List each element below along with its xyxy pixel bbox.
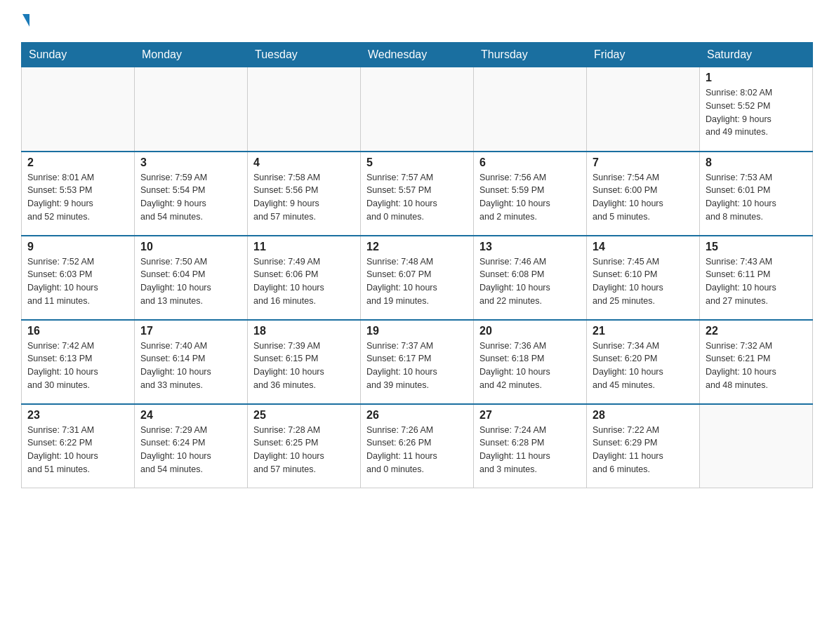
day-info: Sunrise: 7:22 AMSunset: 6:29 PMDaylight:…: [593, 424, 694, 476]
day-info: Sunrise: 7:49 AMSunset: 6:06 PMDaylight:…: [253, 255, 355, 308]
day-info: Sunrise: 8:02 AMSunset: 5:52 PMDaylight:…: [706, 86, 807, 139]
day-number: 6: [479, 156, 581, 169]
day-info: Sunrise: 7:50 AMSunset: 6:04 PMDaylight:…: [140, 255, 241, 308]
day-number: 9: [27, 241, 128, 253]
calendar-week-row: 1Sunrise: 8:02 AMSunset: 5:52 PMDaylight…: [22, 67, 813, 152]
day-info: Sunrise: 7:43 AMSunset: 6:11 PMDaylight:…: [706, 255, 807, 308]
calendar-cell: 15Sunrise: 7:43 AMSunset: 6:11 PMDayligh…: [700, 236, 813, 320]
day-number: 7: [593, 156, 694, 169]
day-info: Sunrise: 7:31 AMSunset: 6:22 PMDaylight:…: [27, 424, 128, 476]
day-number: 4: [253, 156, 355, 169]
calendar-table: SundayMondayTuesdayWednesdayThursdayFrid…: [21, 42, 813, 488]
calendar-cell: [22, 67, 135, 152]
calendar-cell: 6Sunrise: 7:56 AMSunset: 5:59 PMDaylight…: [474, 152, 587, 236]
logo-triangle-icon: [22, 14, 29, 27]
calendar-header-row: SundayMondayTuesdayWednesdayThursdayFrid…: [22, 43, 813, 67]
calendar-cell: 14Sunrise: 7:45 AMSunset: 6:10 PMDayligh…: [587, 236, 700, 320]
day-info: Sunrise: 7:29 AMSunset: 6:24 PMDaylight:…: [140, 424, 241, 476]
calendar-cell: [135, 67, 248, 152]
day-number: 8: [706, 156, 807, 169]
calendar-cell: 21Sunrise: 7:34 AMSunset: 6:20 PMDayligh…: [587, 320, 700, 404]
day-number: 25: [253, 409, 355, 422]
calendar-cell: 17Sunrise: 7:40 AMSunset: 6:14 PMDayligh…: [135, 320, 248, 404]
day-info: Sunrise: 7:53 AMSunset: 6:01 PMDaylight:…: [706, 171, 807, 224]
calendar-cell: 13Sunrise: 7:46 AMSunset: 6:08 PMDayligh…: [474, 236, 587, 320]
day-header-tuesday: Tuesday: [248, 43, 361, 67]
calendar-cell: 24Sunrise: 7:29 AMSunset: 6:24 PMDayligh…: [135, 404, 248, 488]
calendar-cell: 1Sunrise: 8:02 AMSunset: 5:52 PMDaylight…: [700, 67, 813, 152]
day-number: 1: [706, 72, 807, 84]
day-number: 3: [140, 156, 241, 169]
calendar-cell: 11Sunrise: 7:49 AMSunset: 6:06 PMDayligh…: [248, 236, 361, 320]
calendar-week-row: 16Sunrise: 7:42 AMSunset: 6:13 PMDayligh…: [22, 320, 813, 404]
day-info: Sunrise: 7:59 AMSunset: 5:54 PMDaylight:…: [140, 171, 241, 224]
day-number: 22: [706, 325, 807, 337]
calendar-week-row: 23Sunrise: 7:31 AMSunset: 6:22 PMDayligh…: [22, 404, 813, 488]
day-number: 11: [253, 241, 355, 253]
calendar-cell: 16Sunrise: 7:42 AMSunset: 6:13 PMDayligh…: [22, 320, 135, 404]
day-number: 24: [140, 409, 241, 422]
day-info: Sunrise: 7:58 AMSunset: 5:56 PMDaylight:…: [253, 171, 355, 224]
calendar-cell: [248, 67, 361, 152]
day-info: Sunrise: 7:36 AMSunset: 6:18 PMDaylight:…: [479, 340, 581, 392]
day-info: Sunrise: 7:42 AMSunset: 6:13 PMDaylight:…: [27, 340, 128, 392]
calendar-cell: 19Sunrise: 7:37 AMSunset: 6:17 PMDayligh…: [361, 320, 474, 404]
day-header-thursday: Thursday: [474, 43, 587, 67]
day-number: 12: [366, 241, 468, 253]
calendar-cell: 2Sunrise: 8:01 AMSunset: 5:53 PMDaylight…: [22, 152, 135, 236]
day-info: Sunrise: 7:37 AMSunset: 6:17 PMDaylight:…: [366, 340, 468, 392]
calendar-cell: 5Sunrise: 7:57 AMSunset: 5:57 PMDaylight…: [361, 152, 474, 236]
calendar-cell: 28Sunrise: 7:22 AMSunset: 6:29 PMDayligh…: [587, 404, 700, 488]
day-header-friday: Friday: [587, 43, 700, 67]
calendar-cell: 8Sunrise: 7:53 AMSunset: 6:01 PMDaylight…: [700, 152, 813, 236]
calendar-week-row: 9Sunrise: 7:52 AMSunset: 6:03 PMDaylight…: [22, 236, 813, 320]
day-number: 20: [479, 325, 581, 337]
day-number: 26: [366, 409, 468, 422]
calendar-week-row: 2Sunrise: 8:01 AMSunset: 5:53 PMDaylight…: [22, 152, 813, 236]
day-number: 16: [27, 325, 128, 337]
day-header-wednesday: Wednesday: [361, 43, 474, 67]
day-info: Sunrise: 7:34 AMSunset: 6:20 PMDaylight:…: [593, 340, 694, 392]
calendar-cell: 26Sunrise: 7:26 AMSunset: 6:26 PMDayligh…: [361, 404, 474, 488]
calendar-cell: 3Sunrise: 7:59 AMSunset: 5:54 PMDaylight…: [135, 152, 248, 236]
day-info: Sunrise: 7:39 AMSunset: 6:15 PMDaylight:…: [253, 340, 355, 392]
day-info: Sunrise: 7:32 AMSunset: 6:21 PMDaylight:…: [706, 340, 807, 392]
calendar-cell: [587, 67, 700, 152]
day-header-sunday: Sunday: [22, 43, 135, 67]
calendar-cell: 12Sunrise: 7:48 AMSunset: 6:07 PMDayligh…: [361, 236, 474, 320]
day-header-monday: Monday: [135, 43, 248, 67]
calendar-cell: 22Sunrise: 7:32 AMSunset: 6:21 PMDayligh…: [700, 320, 813, 404]
logo: [21, 14, 29, 28]
calendar-cell: 25Sunrise: 7:28 AMSunset: 6:25 PMDayligh…: [248, 404, 361, 488]
day-number: 27: [479, 409, 581, 422]
day-number: 28: [593, 409, 694, 422]
day-info: Sunrise: 7:56 AMSunset: 5:59 PMDaylight:…: [479, 171, 581, 224]
day-number: 19: [366, 325, 468, 337]
day-number: 21: [593, 325, 694, 337]
day-number: 15: [706, 241, 807, 253]
calendar-cell: [700, 404, 813, 488]
day-number: 18: [253, 325, 355, 337]
day-info: Sunrise: 7:57 AMSunset: 5:57 PMDaylight:…: [366, 171, 468, 224]
day-number: 17: [140, 325, 241, 337]
calendar-cell: 20Sunrise: 7:36 AMSunset: 6:18 PMDayligh…: [474, 320, 587, 404]
calendar-cell: 7Sunrise: 7:54 AMSunset: 6:00 PMDaylight…: [587, 152, 700, 236]
day-info: Sunrise: 8:01 AMSunset: 5:53 PMDaylight:…: [27, 171, 128, 224]
calendar-cell: 27Sunrise: 7:24 AMSunset: 6:28 PMDayligh…: [474, 404, 587, 488]
day-info: Sunrise: 7:45 AMSunset: 6:10 PMDaylight:…: [593, 255, 694, 308]
day-info: Sunrise: 7:48 AMSunset: 6:07 PMDaylight:…: [366, 255, 468, 308]
calendar-cell: 10Sunrise: 7:50 AMSunset: 6:04 PMDayligh…: [135, 236, 248, 320]
day-info: Sunrise: 7:52 AMSunset: 6:03 PMDaylight:…: [27, 255, 128, 308]
day-number: 13: [479, 241, 581, 253]
day-header-saturday: Saturday: [700, 43, 813, 67]
calendar-cell: [361, 67, 474, 152]
day-number: 10: [140, 241, 241, 253]
day-info: Sunrise: 7:54 AMSunset: 6:00 PMDaylight:…: [593, 171, 694, 224]
calendar-cell: 9Sunrise: 7:52 AMSunset: 6:03 PMDaylight…: [22, 236, 135, 320]
calendar-cell: 4Sunrise: 7:58 AMSunset: 5:56 PMDaylight…: [248, 152, 361, 236]
day-info: Sunrise: 7:46 AMSunset: 6:08 PMDaylight:…: [479, 255, 581, 308]
day-number: 23: [27, 409, 128, 422]
calendar-cell: 18Sunrise: 7:39 AMSunset: 6:15 PMDayligh…: [248, 320, 361, 404]
calendar-cell: 23Sunrise: 7:31 AMSunset: 6:22 PMDayligh…: [22, 404, 135, 488]
day-info: Sunrise: 7:40 AMSunset: 6:14 PMDaylight:…: [140, 340, 241, 392]
